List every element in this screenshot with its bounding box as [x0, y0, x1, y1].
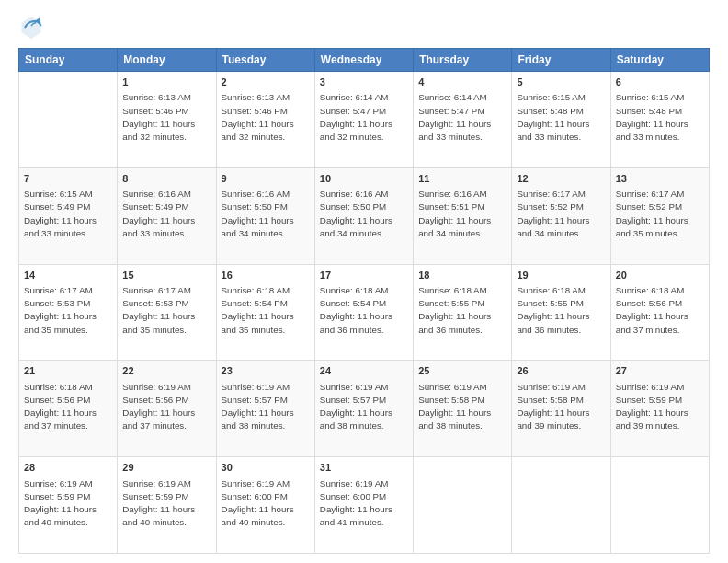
weekday-row: SundayMondayTuesdayWednesdayThursdayFrid… — [19, 49, 710, 72]
day-number: 16 — [222, 269, 310, 282]
day-number: 29 — [122, 461, 210, 475]
calendar-cell: 29Sunrise: 6:19 AM Sunset: 5:59 PM Dayli… — [118, 457, 216, 554]
day-info: Sunrise: 6:18 AM Sunset: 5:54 PM Dayligh… — [222, 285, 294, 335]
day-number: 17 — [320, 269, 408, 282]
day-info: Sunrise: 6:18 AM Sunset: 5:56 PM Dayligh… — [616, 285, 688, 335]
day-info: Sunrise: 6:16 AM Sunset: 5:51 PM Dayligh… — [418, 189, 491, 238]
weekday-wednesday: Wednesday — [314, 49, 413, 72]
calendar-cell: 25Sunrise: 6:19 AM Sunset: 5:58 PM Dayli… — [414, 361, 512, 457]
calendar-cell: 2Sunrise: 6:13 AM Sunset: 5:46 PM Daylig… — [216, 72, 314, 168]
day-info: Sunrise: 6:18 AM Sunset: 5:55 PM Dayligh… — [517, 285, 589, 335]
day-number: 28 — [24, 461, 112, 475]
calendar-week-2: 7Sunrise: 6:15 AM Sunset: 5:49 PM Daylig… — [19, 167, 710, 264]
calendar-cell: 19Sunrise: 6:18 AM Sunset: 5:55 PM Dayli… — [512, 264, 610, 361]
day-info: Sunrise: 6:17 AM Sunset: 5:52 PM Dayligh… — [616, 189, 688, 238]
calendar-cell: 10Sunrise: 6:16 AM Sunset: 5:50 PM Dayli… — [314, 167, 413, 264]
weekday-friday: Friday — [512, 49, 610, 72]
day-number: 3 — [320, 75, 408, 89]
weekday-thursday: Thursday — [414, 49, 512, 72]
day-number: 15 — [122, 269, 210, 282]
calendar-cell: 5Sunrise: 6:15 AM Sunset: 5:48 PM Daylig… — [512, 72, 610, 168]
calendar-cell: 21Sunrise: 6:18 AM Sunset: 5:56 PM Dayli… — [19, 361, 118, 457]
day-info: Sunrise: 6:19 AM Sunset: 6:00 PM Dayligh… — [320, 478, 392, 528]
calendar-cell: 16Sunrise: 6:18 AM Sunset: 5:54 PM Dayli… — [216, 264, 314, 361]
calendar-cell: 30Sunrise: 6:19 AM Sunset: 6:00 PM Dayli… — [216, 457, 314, 554]
calendar-cell: 26Sunrise: 6:19 AM Sunset: 5:58 PM Dayli… — [512, 361, 610, 457]
day-info: Sunrise: 6:19 AM Sunset: 5:57 PM Dayligh… — [320, 382, 392, 431]
weekday-monday: Monday — [118, 49, 216, 72]
calendar-week-4: 21Sunrise: 6:18 AM Sunset: 5:56 PM Dayli… — [19, 361, 710, 457]
calendar-cell: 31Sunrise: 6:19 AM Sunset: 6:00 PM Dayli… — [314, 457, 413, 554]
weekday-tuesday: Tuesday — [216, 49, 314, 72]
calendar-cell — [512, 457, 610, 554]
day-info: Sunrise: 6:16 AM Sunset: 5:50 PM Dayligh… — [222, 189, 294, 238]
page: SundayMondayTuesdayWednesdayThursdayFrid… — [0, 0, 728, 563]
day-number: 20 — [616, 269, 704, 282]
header — [18, 15, 710, 40]
day-number: 12 — [517, 172, 605, 186]
calendar-header: SundayMondayTuesdayWednesdayThursdayFrid… — [19, 49, 710, 72]
day-number: 6 — [616, 75, 704, 89]
day-number: 25 — [418, 364, 506, 378]
day-info: Sunrise: 6:18 AM Sunset: 5:54 PM Dayligh… — [320, 285, 392, 335]
calendar-cell: 20Sunrise: 6:18 AM Sunset: 5:56 PM Dayli… — [610, 264, 709, 361]
day-info: Sunrise: 6:19 AM Sunset: 5:58 PM Dayligh… — [418, 382, 491, 431]
day-number: 1 — [122, 75, 210, 89]
day-number: 7 — [24, 172, 112, 186]
day-number: 21 — [24, 364, 112, 378]
calendar-cell: 24Sunrise: 6:19 AM Sunset: 5:57 PM Dayli… — [314, 361, 413, 457]
calendar-cell: 6Sunrise: 6:15 AM Sunset: 5:48 PM Daylig… — [610, 72, 709, 168]
day-info: Sunrise: 6:14 AM Sunset: 5:47 PM Dayligh… — [418, 92, 491, 142]
calendar-week-5: 28Sunrise: 6:19 AM Sunset: 5:59 PM Dayli… — [19, 457, 710, 554]
day-number: 9 — [222, 172, 310, 186]
day-info: Sunrise: 6:17 AM Sunset: 5:53 PM Dayligh… — [122, 285, 195, 335]
calendar-cell: 4Sunrise: 6:14 AM Sunset: 5:47 PM Daylig… — [414, 72, 512, 168]
day-number: 11 — [418, 172, 506, 186]
day-number: 31 — [320, 461, 408, 475]
day-info: Sunrise: 6:17 AM Sunset: 5:53 PM Dayligh… — [24, 285, 97, 335]
day-info: Sunrise: 6:13 AM Sunset: 5:46 PM Dayligh… — [122, 92, 195, 142]
calendar-cell: 14Sunrise: 6:17 AM Sunset: 5:53 PM Dayli… — [19, 264, 118, 361]
day-number: 5 — [517, 75, 605, 89]
calendar-cell: 9Sunrise: 6:16 AM Sunset: 5:50 PM Daylig… — [216, 167, 314, 264]
day-info: Sunrise: 6:19 AM Sunset: 5:59 PM Dayligh… — [616, 382, 688, 431]
calendar-cell: 1Sunrise: 6:13 AM Sunset: 5:46 PM Daylig… — [118, 72, 216, 168]
weekday-saturday: Saturday — [610, 49, 709, 72]
calendar-cell: 13Sunrise: 6:17 AM Sunset: 5:52 PM Dayli… — [610, 167, 709, 264]
day-info: Sunrise: 6:19 AM Sunset: 6:00 PM Dayligh… — [222, 478, 294, 528]
day-info: Sunrise: 6:16 AM Sunset: 5:49 PM Dayligh… — [122, 189, 195, 238]
calendar-week-3: 14Sunrise: 6:17 AM Sunset: 5:53 PM Dayli… — [19, 264, 710, 361]
calendar-cell — [414, 457, 512, 554]
calendar-cell: 17Sunrise: 6:18 AM Sunset: 5:54 PM Dayli… — [314, 264, 413, 361]
day-number: 27 — [616, 364, 704, 378]
day-info: Sunrise: 6:19 AM Sunset: 5:58 PM Dayligh… — [517, 382, 589, 431]
day-number: 22 — [122, 364, 210, 378]
calendar-body: 1Sunrise: 6:13 AM Sunset: 5:46 PM Daylig… — [19, 72, 710, 554]
day-info: Sunrise: 6:14 AM Sunset: 5:47 PM Dayligh… — [320, 92, 392, 142]
day-info: Sunrise: 6:18 AM Sunset: 5:56 PM Dayligh… — [24, 382, 97, 431]
day-number: 18 — [418, 269, 506, 282]
day-info: Sunrise: 6:19 AM Sunset: 5:59 PM Dayligh… — [122, 478, 195, 528]
calendar-cell: 22Sunrise: 6:19 AM Sunset: 5:56 PM Dayli… — [118, 361, 216, 457]
day-info: Sunrise: 6:19 AM Sunset: 5:57 PM Dayligh… — [222, 382, 294, 431]
day-number: 8 — [122, 172, 210, 186]
calendar-table: SundayMondayTuesdayWednesdayThursdayFrid… — [18, 48, 710, 554]
day-info: Sunrise: 6:15 AM Sunset: 5:48 PM Dayligh… — [616, 92, 688, 142]
day-info: Sunrise: 6:15 AM Sunset: 5:48 PM Dayligh… — [517, 92, 589, 142]
day-info: Sunrise: 6:15 AM Sunset: 5:49 PM Dayligh… — [24, 189, 97, 238]
day-number: 26 — [517, 364, 605, 378]
calendar-cell: 3Sunrise: 6:14 AM Sunset: 5:47 PM Daylig… — [314, 72, 413, 168]
day-number: 23 — [222, 364, 310, 378]
weekday-sunday: Sunday — [19, 49, 118, 72]
day-info: Sunrise: 6:19 AM Sunset: 5:56 PM Dayligh… — [122, 382, 195, 431]
day-number: 24 — [320, 364, 408, 378]
calendar-cell: 12Sunrise: 6:17 AM Sunset: 5:52 PM Dayli… — [512, 167, 610, 264]
day-info: Sunrise: 6:16 AM Sunset: 5:50 PM Dayligh… — [320, 189, 392, 238]
calendar-cell: 27Sunrise: 6:19 AM Sunset: 5:59 PM Dayli… — [610, 361, 709, 457]
day-number: 2 — [222, 75, 310, 89]
calendar-cell: 8Sunrise: 6:16 AM Sunset: 5:49 PM Daylig… — [118, 167, 216, 264]
calendar-cell: 23Sunrise: 6:19 AM Sunset: 5:57 PM Dayli… — [216, 361, 314, 457]
day-number: 13 — [616, 172, 704, 186]
day-number: 4 — [418, 75, 506, 89]
calendar-cell: 18Sunrise: 6:18 AM Sunset: 5:55 PM Dayli… — [414, 264, 512, 361]
